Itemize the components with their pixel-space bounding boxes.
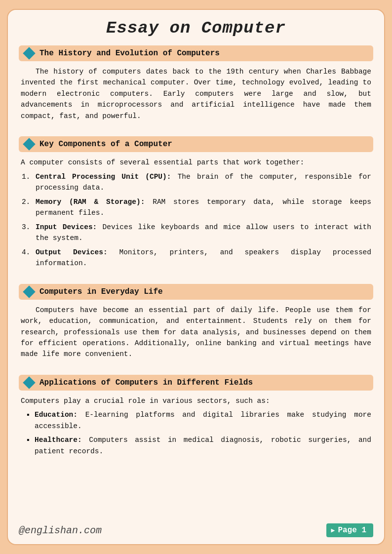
app-bold-1: Education: bbox=[35, 411, 78, 419]
diamond-icon-everyday bbox=[23, 285, 35, 298]
everyday-paragraph: Computers have become an essential part … bbox=[21, 305, 371, 360]
section-header-components: Key Components of a Computer bbox=[19, 136, 373, 152]
section-body-components: A computer consists of several essential… bbox=[19, 157, 373, 277]
list-item: Central Processing Unit (CPU): The brain… bbox=[35, 171, 371, 194]
item-bold-4: Output Devices: bbox=[36, 248, 108, 256]
section-title-components: Key Components of a Computer bbox=[39, 140, 172, 149]
list-item: Output Devices: Monitors, printers, and … bbox=[35, 247, 371, 269]
diamond-icon-components bbox=[23, 138, 35, 151]
footer-website: @englishan.com bbox=[19, 525, 102, 536]
section-body-applications: Computers play a crucial role in various… bbox=[19, 396, 373, 465]
section-title-history: The History and Evolution of Computers bbox=[39, 49, 220, 58]
item-bold-1: Central Processing Unit (CPU): bbox=[36, 173, 171, 181]
footer-page-label: Page 1 bbox=[338, 526, 366, 535]
page-title: Essay on Computer bbox=[19, 19, 373, 38]
section-header-history: The History and Evolution of Computers bbox=[19, 45, 373, 61]
components-list: Central Processing Unit (CPU): The brain… bbox=[35, 171, 371, 269]
section-header-applications: Applications of Computers in Different F… bbox=[19, 375, 373, 391]
section-header-everyday: Computers in Everyday Life bbox=[19, 284, 373, 300]
section-body-history: The history of computers dates back to t… bbox=[19, 66, 373, 129]
item-bold-3: Input Devices: bbox=[36, 223, 97, 231]
footer: @englishan.com Page 1 bbox=[8, 523, 384, 537]
section-title-everyday: Computers in Everyday Life bbox=[39, 287, 163, 296]
applications-list: Education: E-learning platforms and digi… bbox=[26, 409, 371, 457]
app-text-1: E-learning platforms and digital librari… bbox=[35, 411, 371, 430]
diamond-icon-applications bbox=[23, 376, 35, 389]
footer-page-badge: Page 1 bbox=[326, 523, 373, 537]
item-bold-2: Memory (RAM & Storage): bbox=[36, 198, 145, 206]
history-paragraph: The history of computers dates back to t… bbox=[21, 66, 371, 121]
app-bold-2: Healthcare: bbox=[35, 436, 82, 444]
applications-intro: Computers play a crucial role in various… bbox=[21, 396, 371, 406]
components-intro: A computer consists of several essential… bbox=[21, 157, 371, 168]
list-item: Input Devices: Devices like keyboards an… bbox=[35, 222, 371, 244]
app-text-2: Computers assist in medical diagnosis, r… bbox=[35, 436, 371, 455]
list-item: Healthcare: Computers assist in medical … bbox=[26, 435, 371, 457]
section-title-applications: Applications of Computers in Different F… bbox=[39, 378, 253, 387]
page-container: Essay on Computer The History and Evolut… bbox=[7, 9, 385, 545]
list-item: Memory (RAM & Storage): RAM stores tempo… bbox=[35, 197, 371, 219]
list-item: Education: E-learning platforms and digi… bbox=[26, 409, 371, 432]
section-body-everyday: Computers have become an essential part … bbox=[19, 305, 373, 368]
diamond-icon-history bbox=[23, 47, 35, 59]
